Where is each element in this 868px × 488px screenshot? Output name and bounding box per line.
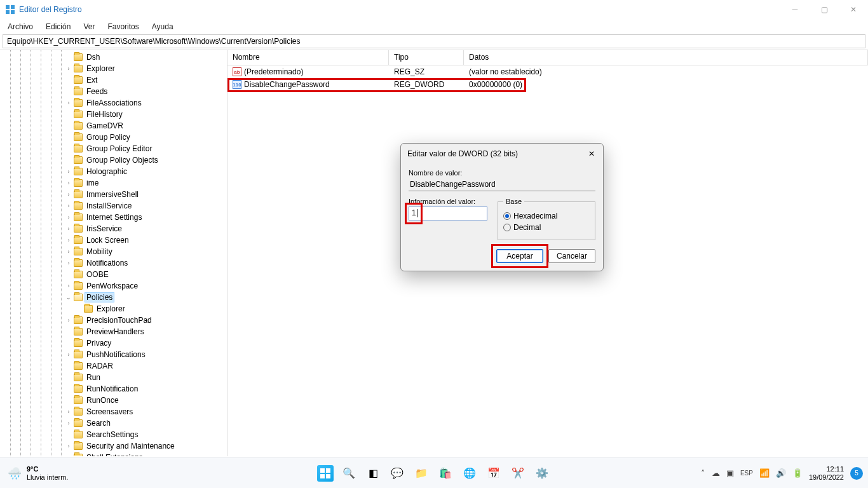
tree-item[interactable]: ›Search xyxy=(0,417,227,429)
battery-icon[interactable]: 🔋 xyxy=(792,468,803,478)
chevron-icon[interactable]: › xyxy=(65,65,72,72)
tree-item[interactable]: ⌄Policies xyxy=(0,292,227,303)
cancel-button[interactable]: Cancelar xyxy=(548,249,595,263)
chevron-icon[interactable]: › xyxy=(65,100,72,106)
value-data-input[interactable]: 1 xyxy=(409,207,487,220)
menu-ver[interactable]: Ver xyxy=(78,21,100,32)
dialog-close-button[interactable]: ✕ xyxy=(585,147,598,160)
col-name[interactable]: Nombre xyxy=(227,50,389,65)
calendar-icon[interactable]: 📅 xyxy=(485,464,503,482)
clock-date: 19/09/2022 xyxy=(809,473,844,481)
chevron-icon[interactable]: › xyxy=(65,443,72,449)
tree-item[interactable]: SearchSettings xyxy=(0,429,227,440)
maximize-button[interactable]: ▢ xyxy=(810,0,839,19)
chevron-icon[interactable]: › xyxy=(65,191,72,198)
tree-item[interactable]: Group Policy xyxy=(0,132,227,143)
tree-item[interactable]: ›Explorer xyxy=(0,63,227,74)
tree-item[interactable]: ›Mobility xyxy=(0,246,227,257)
chevron-icon[interactable]: › xyxy=(65,180,72,186)
radio-hex[interactable]: Hexadecimal xyxy=(503,212,590,220)
tree-item[interactable]: ›Shell Extensions xyxy=(0,452,227,456)
ok-button[interactable]: Aceptar xyxy=(496,249,543,263)
tree-item[interactable]: ›InstallService xyxy=(0,200,227,212)
tree-item[interactable]: FileHistory xyxy=(0,109,227,120)
menu-archivo[interactable]: Archivo xyxy=(3,21,38,32)
chevron-icon[interactable]: › xyxy=(65,248,72,255)
tree-item[interactable]: PreviewHandlers xyxy=(0,326,227,337)
snip-icon[interactable]: ✂️ xyxy=(509,464,527,482)
tree-item[interactable]: ›Internet Settings xyxy=(0,212,227,223)
chevron-icon[interactable]: › xyxy=(65,168,72,175)
tree-item[interactable]: ›PushNotifications xyxy=(0,349,227,360)
tree-panel[interactable]: Dsh›ExplorerExtFeeds›FileAssociationsFil… xyxy=(0,50,227,456)
volume-icon[interactable]: 🔊 xyxy=(776,468,786,478)
tree-item[interactable]: ›Lock Screen xyxy=(0,234,227,246)
notification-badge[interactable]: 5 xyxy=(850,467,863,480)
taskbar[interactable]: 🌧️ 9°C Lluvia interm. 🔍 ◧ 💬 📁 🛍️ 🌐 📅 ✂️ … xyxy=(0,458,868,488)
tree-item[interactable]: ›FileAssociations xyxy=(0,97,227,109)
chevron-icon[interactable]: › xyxy=(65,283,72,289)
close-button[interactable]: ✕ xyxy=(839,0,868,19)
chevron-icon[interactable]: › xyxy=(65,214,72,220)
tree-item[interactable]: Group Policy Editor xyxy=(0,143,227,154)
tree-item[interactable]: Explorer xyxy=(0,303,227,315)
chevron-icon[interactable]: › xyxy=(65,420,72,426)
tree-item[interactable]: ›Notifications xyxy=(0,257,227,269)
tree-item[interactable]: Dsh xyxy=(0,51,227,63)
address-bar[interactable]: Equipo\HKEY_CURRENT_USER\Software\Micros… xyxy=(3,34,865,48)
tree-item[interactable]: Feeds xyxy=(0,86,227,97)
tree-item[interactable]: OOBE xyxy=(0,269,227,280)
list-row[interactable]: ab(Predeterminado)REG_SZ(valor no establ… xyxy=(227,65,868,78)
search-icon[interactable]: 🔍 xyxy=(340,464,358,482)
app-icon[interactable]: ⚙️ xyxy=(533,464,551,482)
tree-item[interactable]: ›PrecisionTouchPad xyxy=(0,315,227,326)
tree-item[interactable]: ›PenWorkspace xyxy=(0,280,227,292)
chevron-icon[interactable]: › xyxy=(65,226,72,232)
chevron-icon[interactable]: › xyxy=(65,237,72,243)
store-icon[interactable]: 🛍️ xyxy=(437,464,454,482)
meet-icon[interactable]: ▣ xyxy=(726,468,734,478)
tree-item[interactable]: Privacy xyxy=(0,337,227,349)
tree-item[interactable]: ›ImmersiveShell xyxy=(0,189,227,200)
system-tray[interactable]: ˄ ☁ ▣ ESP 📶 🔊 🔋 12:11 19/09/2022 5 xyxy=(701,465,863,480)
col-data[interactable]: Datos xyxy=(464,50,868,65)
tree-item[interactable]: RunOnce xyxy=(0,395,227,406)
start-button[interactable] xyxy=(317,465,334,482)
tree-item[interactable]: Ext xyxy=(0,74,227,86)
tree-item[interactable]: ›Security and Maintenance xyxy=(0,440,227,452)
clock[interactable]: 12:11 19/09/2022 xyxy=(809,465,844,480)
minimize-button[interactable]: ─ xyxy=(780,0,810,19)
tree-item[interactable]: RADAR xyxy=(0,360,227,372)
onedrive-icon[interactable]: ☁ xyxy=(712,468,720,478)
col-type[interactable]: Tipo xyxy=(389,50,464,65)
menu-favoritos[interactable]: Favoritos xyxy=(102,21,144,32)
chat-icon[interactable]: 💬 xyxy=(388,464,406,482)
tree-item[interactable]: RunNotification xyxy=(0,383,227,395)
chevron-icon[interactable]: › xyxy=(65,203,72,209)
edge-icon[interactable]: 🌐 xyxy=(461,464,478,482)
language-icon[interactable]: ESP xyxy=(740,470,753,477)
chevron-up-icon[interactable]: ˄ xyxy=(701,468,705,478)
chevron-icon[interactable]: › xyxy=(65,260,72,266)
list-row[interactable]: 110DisableChangePasswordREG_DWORD0x00000… xyxy=(227,78,868,91)
tree-item[interactable]: Run xyxy=(0,372,227,383)
chevron-icon[interactable]: › xyxy=(65,351,72,358)
tree-item[interactable]: ›Holographic xyxy=(0,166,227,177)
tree-item[interactable]: Group Policy Objects xyxy=(0,154,227,166)
tree-item[interactable]: GameDVR xyxy=(0,120,227,132)
taskview-icon[interactable]: ◧ xyxy=(364,464,382,482)
chevron-icon[interactable]: › xyxy=(65,409,72,415)
chevron-icon[interactable]: › xyxy=(65,317,72,323)
tree-item[interactable]: ›ime xyxy=(0,177,227,189)
explorer-icon[interactable]: 📁 xyxy=(412,464,430,482)
tree-item[interactable]: ›IrisService xyxy=(0,223,227,234)
chevron-icon[interactable]: › xyxy=(65,454,72,456)
tree-item[interactable]: ›Screensavers xyxy=(0,406,227,417)
chevron-icon[interactable]: ⌄ xyxy=(65,294,72,301)
dialog-titlebar[interactable]: Editar valor de DWORD (32 bits) ✕ xyxy=(401,144,603,164)
wifi-icon[interactable]: 📶 xyxy=(759,468,770,478)
radio-dec[interactable]: Decimal xyxy=(503,223,590,232)
weather-widget[interactable]: 🌧️ 9°C Lluvia interm. xyxy=(0,465,76,480)
menu-edicion[interactable]: Edición xyxy=(41,21,76,32)
menu-ayuda[interactable]: Ayuda xyxy=(147,21,179,32)
